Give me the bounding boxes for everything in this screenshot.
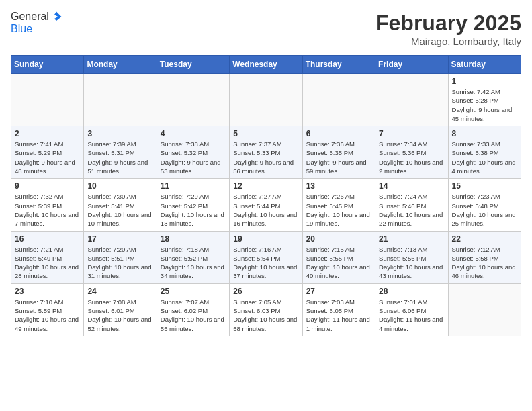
day-info: Sunrise: 7:27 AM Sunset: 5:44 PM Dayligh…: [233, 192, 298, 228]
day-number: 6: [306, 129, 371, 138]
weekday-header-sunday: Sunday: [11, 56, 84, 74]
logo-blue: Blue: [11, 23, 62, 35]
day-number: 20: [306, 234, 371, 244]
day-number: 15: [452, 181, 517, 191]
day-number: 3: [87, 129, 152, 138]
day-number: 11: [161, 181, 226, 191]
calendar-cell: 8Sunrise: 7:33 AM Sunset: 5:38 PM Daylig…: [448, 126, 521, 179]
calendar-cell: 25Sunrise: 7:07 AM Sunset: 6:02 PM Dayli…: [157, 283, 229, 336]
day-info: Sunrise: 7:15 AM Sunset: 5:55 PM Dayligh…: [306, 245, 371, 281]
month-title: February 2025: [375, 11, 521, 36]
calendar-cell: 21Sunrise: 7:13 AM Sunset: 5:56 PM Dayli…: [375, 231, 448, 283]
day-info: Sunrise: 7:36 AM Sunset: 5:35 PM Dayligh…: [306, 140, 371, 175]
day-number: 25: [161, 287, 226, 296]
day-info: Sunrise: 7:39 AM Sunset: 5:31 PM Dayligh…: [87, 140, 152, 175]
page-header: General Blue February 2025 Mairago, Lomb…: [11, 11, 521, 47]
calendar-cell: [11, 74, 84, 126]
calendar-cell: 28Sunrise: 7:01 AM Sunset: 6:06 PM Dayli…: [375, 283, 448, 336]
day-info: Sunrise: 7:32 AM Sunset: 5:39 PM Dayligh…: [15, 192, 80, 228]
logo-general: General: [11, 11, 49, 23]
calendar-cell: 23Sunrise: 7:10 AM Sunset: 5:59 PM Dayli…: [11, 283, 84, 336]
calendar-cell: 7Sunrise: 7:34 AM Sunset: 5:36 PM Daylig…: [375, 126, 448, 179]
day-number: 7: [379, 129, 444, 138]
week-row-3: 9Sunrise: 7:32 AM Sunset: 5:39 PM Daylig…: [11, 179, 521, 231]
day-number: 18: [161, 234, 226, 244]
day-number: 5: [233, 129, 298, 138]
calendar-cell: 10Sunrise: 7:30 AM Sunset: 5:41 PM Dayli…: [84, 179, 157, 231]
day-info: Sunrise: 7:38 AM Sunset: 5:32 PM Dayligh…: [161, 140, 226, 175]
day-number: 12: [233, 181, 298, 191]
day-number: 21: [379, 234, 444, 244]
calendar-cell: 5Sunrise: 7:37 AM Sunset: 5:33 PM Daylig…: [230, 126, 302, 179]
day-info: Sunrise: 7:34 AM Sunset: 5:36 PM Dayligh…: [379, 140, 444, 175]
calendar-cell: [448, 283, 521, 336]
day-info: Sunrise: 7:10 AM Sunset: 5:59 PM Dayligh…: [15, 298, 80, 333]
day-number: 24: [87, 287, 152, 296]
calendar-cell: 20Sunrise: 7:15 AM Sunset: 5:55 PM Dayli…: [302, 231, 375, 283]
day-number: 23: [15, 287, 80, 296]
title-block: February 2025 Mairago, Lombardy, Italy: [375, 11, 521, 47]
calendar-cell: 3Sunrise: 7:39 AM Sunset: 5:31 PM Daylig…: [84, 126, 157, 179]
calendar-cell: 13Sunrise: 7:26 AM Sunset: 5:45 PM Dayli…: [302, 179, 375, 231]
day-info: Sunrise: 7:26 AM Sunset: 5:45 PM Dayligh…: [306, 192, 371, 228]
day-info: Sunrise: 7:07 AM Sunset: 6:02 PM Dayligh…: [161, 298, 226, 333]
day-number: 19: [233, 234, 298, 244]
calendar-cell: 19Sunrise: 7:16 AM Sunset: 5:54 PM Dayli…: [230, 231, 302, 283]
calendar-cell: 26Sunrise: 7:05 AM Sunset: 6:03 PM Dayli…: [230, 283, 302, 336]
calendar-cell: 24Sunrise: 7:08 AM Sunset: 6:01 PM Dayli…: [84, 283, 157, 336]
calendar-cell: 6Sunrise: 7:36 AM Sunset: 5:35 PM Daylig…: [302, 126, 375, 179]
calendar-cell: 4Sunrise: 7:38 AM Sunset: 5:32 PM Daylig…: [157, 126, 229, 179]
weekday-header-wednesday: Wednesday: [230, 56, 302, 74]
day-info: Sunrise: 7:08 AM Sunset: 6:01 PM Dayligh…: [87, 298, 152, 333]
week-row-2: 2Sunrise: 7:41 AM Sunset: 5:29 PM Daylig…: [11, 126, 521, 179]
day-number: 26: [233, 287, 298, 296]
day-number: 27: [306, 287, 371, 296]
day-info: Sunrise: 7:23 AM Sunset: 5:48 PM Dayligh…: [452, 192, 517, 228]
day-info: Sunrise: 7:33 AM Sunset: 5:38 PM Dayligh…: [452, 140, 517, 175]
day-number: 10: [87, 181, 152, 191]
day-info: Sunrise: 7:29 AM Sunset: 5:42 PM Dayligh…: [161, 192, 226, 228]
day-info: Sunrise: 7:01 AM Sunset: 6:06 PM Dayligh…: [379, 298, 444, 333]
calendar-cell: 17Sunrise: 7:20 AM Sunset: 5:51 PM Dayli…: [84, 231, 157, 283]
day-number: 22: [452, 234, 517, 244]
day-info: Sunrise: 7:05 AM Sunset: 6:03 PM Dayligh…: [233, 298, 298, 333]
day-number: 14: [379, 181, 444, 191]
day-info: Sunrise: 7:41 AM Sunset: 5:29 PM Dayligh…: [15, 140, 80, 175]
day-info: Sunrise: 7:30 AM Sunset: 5:41 PM Dayligh…: [87, 192, 152, 228]
day-number: 4: [161, 129, 226, 138]
day-number: 8: [452, 129, 517, 138]
weekday-header-row: SundayMondayTuesdayWednesdayThursdayFrid…: [11, 56, 521, 74]
week-row-5: 23Sunrise: 7:10 AM Sunset: 5:59 PM Dayli…: [11, 283, 521, 336]
location: Mairago, Lombardy, Italy: [375, 36, 521, 47]
day-info: Sunrise: 7:03 AM Sunset: 6:05 PM Dayligh…: [306, 298, 371, 333]
calendar-cell: [375, 74, 448, 126]
week-row-1: 1Sunrise: 7:42 AM Sunset: 5:28 PM Daylig…: [11, 74, 521, 126]
calendar-cell: [157, 74, 229, 126]
logo-icon: [50, 11, 62, 23]
weekday-header-monday: Monday: [84, 56, 157, 74]
calendar-cell: 15Sunrise: 7:23 AM Sunset: 5:48 PM Dayli…: [448, 179, 521, 231]
day-info: Sunrise: 7:13 AM Sunset: 5:56 PM Dayligh…: [379, 245, 444, 281]
week-row-4: 16Sunrise: 7:21 AM Sunset: 5:49 PM Dayli…: [11, 231, 521, 283]
calendar-cell: 12Sunrise: 7:27 AM Sunset: 5:44 PM Dayli…: [230, 179, 302, 231]
weekday-header-thursday: Thursday: [302, 56, 375, 74]
calendar-cell: [230, 74, 302, 126]
day-number: 28: [379, 287, 444, 296]
calendar-cell: 18Sunrise: 7:18 AM Sunset: 5:52 PM Dayli…: [157, 231, 229, 283]
day-number: 1: [452, 77, 517, 86]
day-number: 17: [87, 234, 152, 244]
calendar-cell: [84, 74, 157, 126]
calendar-cell: 14Sunrise: 7:24 AM Sunset: 5:46 PM Dayli…: [375, 179, 448, 231]
calendar-table: SundayMondayTuesdayWednesdayThursdayFrid…: [11, 55, 521, 336]
logo: General Blue: [11, 11, 62, 35]
day-info: Sunrise: 7:24 AM Sunset: 5:46 PM Dayligh…: [379, 192, 444, 228]
weekday-header-tuesday: Tuesday: [157, 56, 229, 74]
day-number: 16: [15, 234, 80, 244]
calendar-cell: [302, 74, 375, 126]
calendar-cell: 16Sunrise: 7:21 AM Sunset: 5:49 PM Dayli…: [11, 231, 84, 283]
day-info: Sunrise: 7:12 AM Sunset: 5:58 PM Dayligh…: [452, 245, 517, 281]
day-info: Sunrise: 7:18 AM Sunset: 5:52 PM Dayligh…: [161, 245, 226, 281]
weekday-header-saturday: Saturday: [448, 56, 521, 74]
calendar-cell: 22Sunrise: 7:12 AM Sunset: 5:58 PM Dayli…: [448, 231, 521, 283]
day-info: Sunrise: 7:42 AM Sunset: 5:28 PM Dayligh…: [452, 87, 517, 123]
